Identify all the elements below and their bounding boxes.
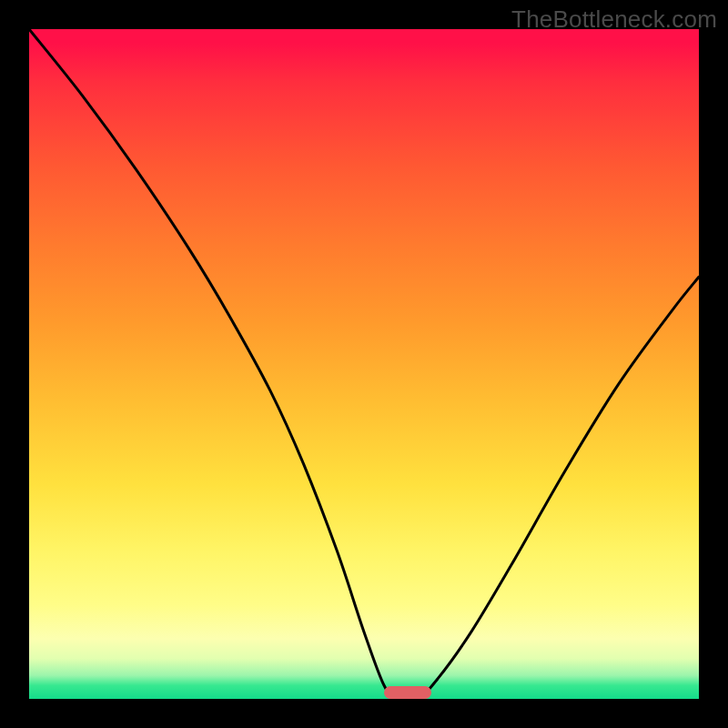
- chart-frame: TheBottleneck.com: [0, 0, 728, 728]
- bottleneck-curve: [29, 29, 699, 699]
- bottleneck-curve-path: [29, 29, 699, 699]
- watermark-text: TheBottleneck.com: [511, 5, 717, 34]
- optimal-range-indicator: [384, 686, 431, 699]
- plot-area: [29, 29, 699, 699]
